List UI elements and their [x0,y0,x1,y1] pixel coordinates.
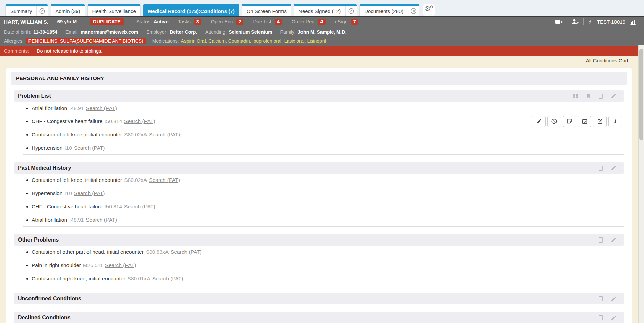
condition-item[interactable]: CHF - Congestive heart failure I50.814 S… [23,200,624,213]
order-req-count-badge[interactable]: 4 [318,19,325,25]
tab-documents-280[interactable]: Documents (280) [359,4,419,16]
popout-arrow-icon[interactable] [408,6,419,16]
sections-host: Problem List Atrial fibrillation I48.91 … [11,90,627,323]
pencil-button[interactable] [532,116,546,127]
book-icon[interactable] [594,237,607,243]
lightning-bolt-icon[interactable] [588,19,592,25]
bar-chart-icon[interactable] [630,19,637,25]
attending-label: Attending: [205,29,227,35]
allergies-label: Allergies: [4,38,24,44]
medication-link[interactable]: Lisinopril [307,38,326,44]
pencil-icon[interactable] [607,93,620,99]
tab-label: Documents (280) [360,6,408,16]
condition-search-link[interactable]: Search (PAT) [124,204,155,210]
condition-search-link[interactable]: Search (PAT) [86,217,117,223]
attending-value: Selenium Selenium [229,29,272,35]
esign-count-badge[interactable]: 7 [351,19,358,25]
condition-item[interactable]: CHF - Congestive heart failure I50.814 S… [23,115,624,128]
condition-code: M25.511 [83,262,103,268]
demographics-row: Date of birth:11-30-1954 Email:manorman@… [0,27,644,36]
condition-name: Contusion of right knee, initial encount… [32,276,125,282]
duplicate-badge[interactable]: DUPLICATE [90,18,124,25]
dob-label: Date of birth: [4,29,31,35]
condition-search-link[interactable]: Search (PAT) [171,249,202,255]
condition-search-link[interactable]: Search (PAT) [86,105,117,111]
edit-note-button[interactable] [593,116,607,127]
condition-code: S80.01xA [128,276,150,282]
pencil-icon[interactable] [607,296,620,302]
condition-item[interactable]: Contusion of right knee, initial encount… [23,272,624,285]
condition-item[interactable]: Pain in right shoulder M25.511 Search (P… [23,259,624,272]
tab-health-surveillance[interactable]: Health Surveillance [87,4,141,16]
patient-age-sex: 69 y/o M [57,19,77,24]
condition-search-link[interactable]: Search (PAT) [74,190,105,196]
condition-item[interactable]: Contusion of other part of head, initial… [23,246,624,259]
note-button[interactable] [563,116,576,127]
due-list-count-badge[interactable]: 4 [275,19,282,25]
email-label: Email: [65,29,79,35]
scrollbar-thumb[interactable] [639,49,643,140]
tab-needs-signed-12[interactable]: Needs Signed (12) [294,4,357,16]
settings-gear-button[interactable]: ⚙⚙ [423,4,435,16]
medication-link[interactable]: Coumadin [228,38,250,44]
tasks-count-badge[interactable]: 3 [194,19,201,25]
add-person-icon[interactable] [572,19,579,25]
vertical-scrollbar[interactable] [638,45,644,323]
medication-link[interactable]: Lasix oral [284,38,305,44]
condition-item[interactable]: Atrial fibrillation I48.91 Search (PAT) [23,213,624,227]
pencil-icon[interactable] [607,165,620,171]
employer-label: Employer: [146,29,168,35]
tabs-host: Summary Admin (39) Health Surveillance M… [5,4,422,16]
conditions-section: Past Medical History Contusion of left k… [14,162,624,227]
condition-search-link[interactable]: Search (PAT) [149,132,180,138]
medication-link[interactable]: ibuprofen oral [252,38,281,44]
section-title: Problem List [18,93,51,99]
email-value: manorman@mieweb.com [81,29,138,35]
condition-code: S80.02xA [124,177,147,183]
calendar-check-button[interactable] [578,116,591,127]
bookmark-icon[interactable] [582,93,594,99]
section-header-icons [569,93,620,99]
pencil-icon[interactable] [607,237,620,243]
tab-on-screen-forms[interactable]: On Screen Forms [242,4,291,16]
popout-arrow-icon[interactable] [345,6,357,16]
condition-name: Hypertension [32,190,62,196]
condition-search-link[interactable]: Search (PAT) [152,276,183,282]
move-vertical-button[interactable] [608,116,622,127]
book-icon[interactable] [594,296,607,302]
book-icon[interactable] [594,315,607,321]
condition-search-link[interactable]: Search (PAT) [124,118,155,125]
tab-label: Health Surveillance [88,6,140,16]
condition-search-link[interactable]: Search (PAT) [149,177,180,183]
ban-button[interactable] [547,116,561,127]
all-conditions-grid-link[interactable]: All Conditions Grid [586,58,628,63]
condition-code: I50.814 [104,204,122,210]
medication-link[interactable]: Aspirin Oral [181,38,206,44]
condition-item[interactable]: Hypertension I10 Search (PAT) [23,187,624,200]
tab-summary[interactable]: Summary [5,4,48,16]
section-header-icons [594,236,620,243]
medication-link[interactable]: Calcium [208,38,226,44]
condition-search-link[interactable]: Search (PAT) [74,145,105,151]
dob-value: 11-30-1954 [33,29,57,35]
allergies-badge[interactable]: PENICILLINS, SULFA(SULFONAMIDE ANTIBIOTI… [26,38,146,44]
medications-label: Medications: [152,38,179,44]
condition-item[interactable]: Hypertension I10 Search (PAT) [23,141,624,155]
conditions-list: Contusion of left knee, initial encounte… [23,174,624,227]
popout-arrow-icon[interactable] [36,6,48,16]
pencil-icon[interactable] [607,315,620,321]
condition-item[interactable]: Contusion of left knee, initial encounte… [23,174,624,187]
tasks-label: Tasks: [178,19,192,24]
tab-admin-39[interactable]: Admin (39) [51,4,85,16]
condition-name: Atrial fibrillation [32,105,67,111]
condition-item[interactable]: Atrial fibrillation I48.91 Search (PAT) [23,102,624,115]
book-icon[interactable] [594,93,607,99]
condition-item[interactable]: Contusion of left knee, initial encounte… [23,128,624,141]
tab-medical-record-173-conditions-7[interactable]: Medical Record (173):Conditions (7) [143,4,239,16]
video-camera-icon[interactable] [555,19,563,25]
condition-search-link[interactable]: Search (PAT) [105,262,136,268]
grid-icon[interactable] [569,93,582,99]
open-enc-count-badge[interactable]: 2 [236,19,243,25]
tab-label: On Screen Forms [242,6,291,16]
book-icon[interactable] [594,165,607,171]
